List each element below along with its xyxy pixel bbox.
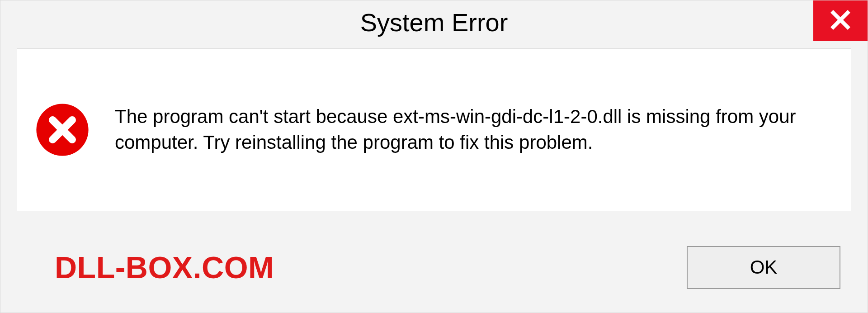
system-error-dialog: System Error The program can't start bec… (0, 0, 868, 313)
close-button[interactable] (813, 0, 868, 41)
message-panel: The program can't start because ext-ms-w… (17, 48, 851, 211)
ok-button[interactable]: OK (687, 246, 840, 289)
title-bar: System Error (0, 0, 868, 44)
watermark-text: DLL-BOX.COM (55, 250, 274, 285)
dialog-title: System Error (360, 8, 508, 37)
close-icon (830, 9, 851, 33)
error-icon (35, 103, 90, 157)
error-message: The program can't start because ext-ms-w… (115, 104, 802, 155)
ok-button-label: OK (750, 256, 778, 278)
dialog-footer: DLL-BOX.COM OK (0, 222, 868, 313)
